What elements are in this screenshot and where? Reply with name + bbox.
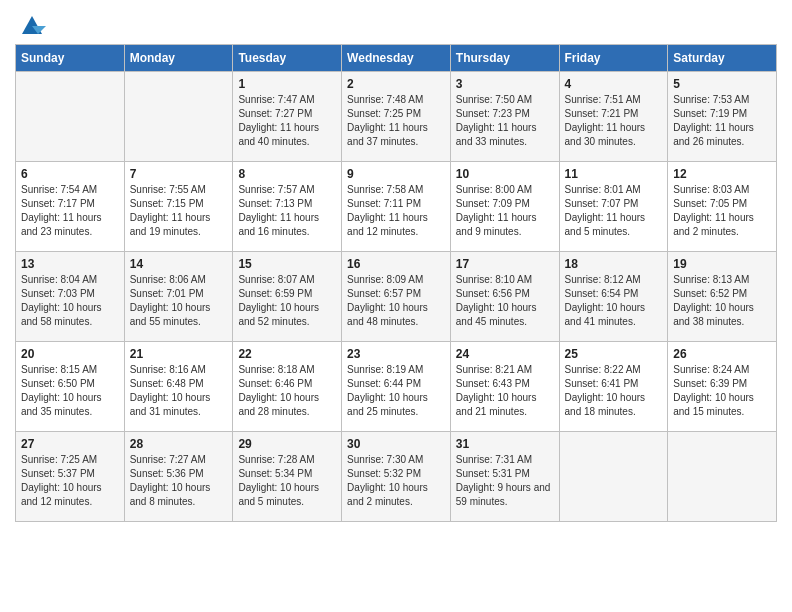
day-info: Sunrise: 8:15 AM Sunset: 6:50 PM Dayligh…: [21, 363, 119, 419]
calendar-cell: 28Sunrise: 7:27 AM Sunset: 5:36 PM Dayli…: [124, 432, 233, 522]
calendar-cell: 13Sunrise: 8:04 AM Sunset: 7:03 PM Dayli…: [16, 252, 125, 342]
calendar-cell: 18Sunrise: 8:12 AM Sunset: 6:54 PM Dayli…: [559, 252, 668, 342]
day-number: 22: [238, 347, 336, 361]
day-info: Sunrise: 7:55 AM Sunset: 7:15 PM Dayligh…: [130, 183, 228, 239]
day-number: 31: [456, 437, 554, 451]
day-number: 10: [456, 167, 554, 181]
day-number: 29: [238, 437, 336, 451]
day-number: 24: [456, 347, 554, 361]
page-header: [15, 10, 777, 38]
day-number: 4: [565, 77, 663, 91]
day-number: 19: [673, 257, 771, 271]
calendar-table: Sunday Monday Tuesday Wednesday Thursday…: [15, 44, 777, 522]
day-info: Sunrise: 8:06 AM Sunset: 7:01 PM Dayligh…: [130, 273, 228, 329]
header-monday: Monday: [124, 45, 233, 72]
calendar-cell: [559, 432, 668, 522]
day-info: Sunrise: 8:09 AM Sunset: 6:57 PM Dayligh…: [347, 273, 445, 329]
day-number: 27: [21, 437, 119, 451]
day-number: 9: [347, 167, 445, 181]
day-number: 14: [130, 257, 228, 271]
calendar-cell: 16Sunrise: 8:09 AM Sunset: 6:57 PM Dayli…: [342, 252, 451, 342]
header-tuesday: Tuesday: [233, 45, 342, 72]
day-info: Sunrise: 7:25 AM Sunset: 5:37 PM Dayligh…: [21, 453, 119, 509]
day-info: Sunrise: 7:57 AM Sunset: 7:13 PM Dayligh…: [238, 183, 336, 239]
day-info: Sunrise: 7:54 AM Sunset: 7:17 PM Dayligh…: [21, 183, 119, 239]
day-number: 21: [130, 347, 228, 361]
header-thursday: Thursday: [450, 45, 559, 72]
day-number: 12: [673, 167, 771, 181]
day-info: Sunrise: 7:53 AM Sunset: 7:19 PM Dayligh…: [673, 93, 771, 149]
day-number: 26: [673, 347, 771, 361]
calendar-cell: 19Sunrise: 8:13 AM Sunset: 6:52 PM Dayli…: [668, 252, 777, 342]
day-info: Sunrise: 7:51 AM Sunset: 7:21 PM Dayligh…: [565, 93, 663, 149]
calendar-cell: [16, 72, 125, 162]
day-number: 2: [347, 77, 445, 91]
calendar-cell: 22Sunrise: 8:18 AM Sunset: 6:46 PM Dayli…: [233, 342, 342, 432]
day-number: 20: [21, 347, 119, 361]
calendar-cell: 3Sunrise: 7:50 AM Sunset: 7:23 PM Daylig…: [450, 72, 559, 162]
calendar-cell: 10Sunrise: 8:00 AM Sunset: 7:09 PM Dayli…: [450, 162, 559, 252]
calendar-cell: 25Sunrise: 8:22 AM Sunset: 6:41 PM Dayli…: [559, 342, 668, 432]
calendar-cell: 31Sunrise: 7:31 AM Sunset: 5:31 PM Dayli…: [450, 432, 559, 522]
day-number: 11: [565, 167, 663, 181]
day-info: Sunrise: 8:00 AM Sunset: 7:09 PM Dayligh…: [456, 183, 554, 239]
calendar-cell: 17Sunrise: 8:10 AM Sunset: 6:56 PM Dayli…: [450, 252, 559, 342]
day-info: Sunrise: 7:50 AM Sunset: 7:23 PM Dayligh…: [456, 93, 554, 149]
calendar-cell: 7Sunrise: 7:55 AM Sunset: 7:15 PM Daylig…: [124, 162, 233, 252]
calendar-cell: 4Sunrise: 7:51 AM Sunset: 7:21 PM Daylig…: [559, 72, 668, 162]
day-info: Sunrise: 8:04 AM Sunset: 7:03 PM Dayligh…: [21, 273, 119, 329]
day-info: Sunrise: 7:28 AM Sunset: 5:34 PM Dayligh…: [238, 453, 336, 509]
logo-icon: [18, 10, 46, 38]
day-info: Sunrise: 8:03 AM Sunset: 7:05 PM Dayligh…: [673, 183, 771, 239]
header-friday: Friday: [559, 45, 668, 72]
day-info: Sunrise: 7:47 AM Sunset: 7:27 PM Dayligh…: [238, 93, 336, 149]
day-number: 18: [565, 257, 663, 271]
calendar-cell: 14Sunrise: 8:06 AM Sunset: 7:01 PM Dayli…: [124, 252, 233, 342]
day-info: Sunrise: 7:27 AM Sunset: 5:36 PM Dayligh…: [130, 453, 228, 509]
day-number: 16: [347, 257, 445, 271]
day-number: 3: [456, 77, 554, 91]
day-number: 13: [21, 257, 119, 271]
calendar-cell: 15Sunrise: 8:07 AM Sunset: 6:59 PM Dayli…: [233, 252, 342, 342]
calendar-cell: 11Sunrise: 8:01 AM Sunset: 7:07 PM Dayli…: [559, 162, 668, 252]
logo: [15, 10, 46, 38]
day-info: Sunrise: 8:12 AM Sunset: 6:54 PM Dayligh…: [565, 273, 663, 329]
weekday-header-row: Sunday Monday Tuesday Wednesday Thursday…: [16, 45, 777, 72]
day-number: 25: [565, 347, 663, 361]
calendar-week-row: 6Sunrise: 7:54 AM Sunset: 7:17 PM Daylig…: [16, 162, 777, 252]
day-number: 23: [347, 347, 445, 361]
calendar-week-row: 27Sunrise: 7:25 AM Sunset: 5:37 PM Dayli…: [16, 432, 777, 522]
day-info: Sunrise: 8:07 AM Sunset: 6:59 PM Dayligh…: [238, 273, 336, 329]
day-number: 15: [238, 257, 336, 271]
calendar-cell: 20Sunrise: 8:15 AM Sunset: 6:50 PM Dayli…: [16, 342, 125, 432]
calendar-cell: 29Sunrise: 7:28 AM Sunset: 5:34 PM Dayli…: [233, 432, 342, 522]
calendar-week-row: 20Sunrise: 8:15 AM Sunset: 6:50 PM Dayli…: [16, 342, 777, 432]
day-info: Sunrise: 8:18 AM Sunset: 6:46 PM Dayligh…: [238, 363, 336, 419]
calendar-cell: 12Sunrise: 8:03 AM Sunset: 7:05 PM Dayli…: [668, 162, 777, 252]
day-info: Sunrise: 7:30 AM Sunset: 5:32 PM Dayligh…: [347, 453, 445, 509]
day-info: Sunrise: 8:01 AM Sunset: 7:07 PM Dayligh…: [565, 183, 663, 239]
calendar-cell: 8Sunrise: 7:57 AM Sunset: 7:13 PM Daylig…: [233, 162, 342, 252]
calendar-cell: [668, 432, 777, 522]
calendar-cell: 2Sunrise: 7:48 AM Sunset: 7:25 PM Daylig…: [342, 72, 451, 162]
calendar-cell: 1Sunrise: 7:47 AM Sunset: 7:27 PM Daylig…: [233, 72, 342, 162]
day-info: Sunrise: 8:21 AM Sunset: 6:43 PM Dayligh…: [456, 363, 554, 419]
calendar-cell: 9Sunrise: 7:58 AM Sunset: 7:11 PM Daylig…: [342, 162, 451, 252]
day-number: 1: [238, 77, 336, 91]
day-number: 28: [130, 437, 228, 451]
day-info: Sunrise: 8:22 AM Sunset: 6:41 PM Dayligh…: [565, 363, 663, 419]
day-number: 17: [456, 257, 554, 271]
calendar-week-row: 13Sunrise: 8:04 AM Sunset: 7:03 PM Dayli…: [16, 252, 777, 342]
calendar-cell: 30Sunrise: 7:30 AM Sunset: 5:32 PM Dayli…: [342, 432, 451, 522]
day-info: Sunrise: 7:31 AM Sunset: 5:31 PM Dayligh…: [456, 453, 554, 509]
calendar-cell: 21Sunrise: 8:16 AM Sunset: 6:48 PM Dayli…: [124, 342, 233, 432]
day-info: Sunrise: 8:24 AM Sunset: 6:39 PM Dayligh…: [673, 363, 771, 419]
calendar-cell: 5Sunrise: 7:53 AM Sunset: 7:19 PM Daylig…: [668, 72, 777, 162]
day-info: Sunrise: 8:19 AM Sunset: 6:44 PM Dayligh…: [347, 363, 445, 419]
calendar-cell: 23Sunrise: 8:19 AM Sunset: 6:44 PM Dayli…: [342, 342, 451, 432]
calendar-cell: [124, 72, 233, 162]
day-number: 30: [347, 437, 445, 451]
header-saturday: Saturday: [668, 45, 777, 72]
header-wednesday: Wednesday: [342, 45, 451, 72]
day-number: 5: [673, 77, 771, 91]
